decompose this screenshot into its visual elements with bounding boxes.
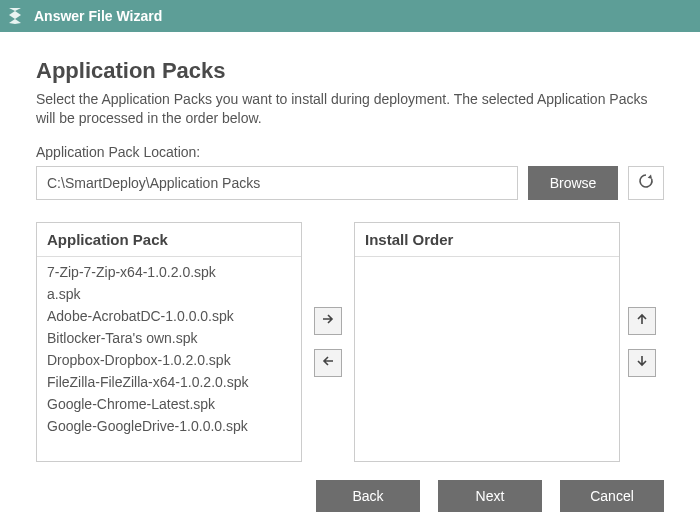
list-item[interactable]: FileZilla-FileZilla-x64-1.0.2.0.spk <box>37 371 301 393</box>
arrow-up-icon <box>635 312 649 329</box>
lists-area: Application Pack 7-Zip-7-Zip-x64-1.0.2.0… <box>36 222 664 462</box>
location-row: Browse <box>36 166 664 200</box>
list-item[interactable]: a.spk <box>37 283 301 305</box>
location-input[interactable] <box>36 166 518 200</box>
selected-list[interactable] <box>355 257 619 461</box>
list-item[interactable]: Adobe-AcrobatDC-1.0.0.0.spk <box>37 305 301 327</box>
selected-list-panel: Install Order <box>354 222 620 462</box>
move-up-button[interactable] <box>628 307 656 335</box>
footer-buttons: Back Next Cancel <box>316 480 664 512</box>
list-item[interactable]: Bitlocker-Tara's own.spk <box>37 327 301 349</box>
page-title: Application Packs <box>36 58 664 84</box>
add-button[interactable] <box>314 307 342 335</box>
arrow-right-icon <box>321 312 335 329</box>
arrow-down-icon <box>635 354 649 371</box>
remove-button[interactable] <box>314 349 342 377</box>
list-item[interactable]: Dropbox-Dropbox-1.0.2.0.spk <box>37 349 301 371</box>
browse-button[interactable]: Browse <box>528 166 618 200</box>
back-button[interactable]: Back <box>316 480 420 512</box>
arrow-left-icon <box>321 354 335 371</box>
transfer-column <box>302 222 354 462</box>
content-area: Application Packs Select the Application… <box>0 32 700 462</box>
available-list[interactable]: 7-Zip-7-Zip-x64-1.0.2.0.spka.spkAdobe-Ac… <box>37 257 301 461</box>
page-description: Select the Application Packs you want to… <box>36 90 664 128</box>
reorder-column <box>620 222 664 462</box>
move-down-button[interactable] <box>628 349 656 377</box>
available-list-panel: Application Pack 7-Zip-7-Zip-x64-1.0.2.0… <box>36 222 302 462</box>
list-item[interactable]: 7-Zip-7-Zip-x64-1.0.2.0.spk <box>37 261 301 283</box>
window-title: Answer File Wizard <box>34 8 162 24</box>
selected-list-header: Install Order <box>355 223 619 257</box>
location-label: Application Pack Location: <box>36 144 664 160</box>
refresh-button[interactable] <box>628 166 664 200</box>
cancel-button[interactable]: Cancel <box>560 480 664 512</box>
refresh-icon <box>637 172 655 193</box>
titlebar: Answer File Wizard <box>0 0 700 32</box>
list-item[interactable]: Google-GoogleDrive-1.0.0.0.spk <box>37 415 301 437</box>
app-logo-icon <box>6 7 24 25</box>
available-list-header: Application Pack <box>37 223 301 257</box>
list-item[interactable]: Google-Chrome-Latest.spk <box>37 393 301 415</box>
next-button[interactable]: Next <box>438 480 542 512</box>
